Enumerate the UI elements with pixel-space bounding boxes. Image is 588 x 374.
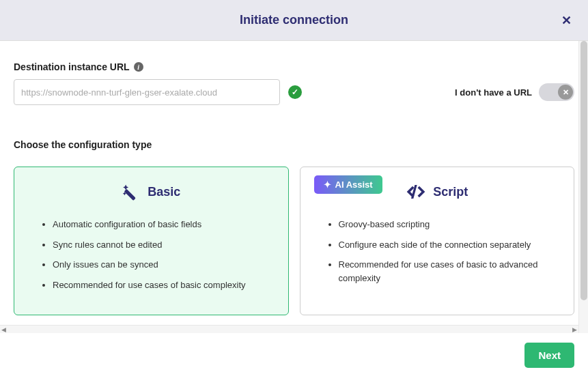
list-item: Recommended for use cases of basic compl… <box>53 278 275 292</box>
config-card-script[interactable]: ✦ AI Assist Script Groovy-based scriptin… <box>300 167 575 315</box>
check-icon: ✓ <box>288 85 302 99</box>
info-icon[interactable]: i <box>134 62 143 72</box>
code-icon <box>406 184 426 199</box>
ai-assist-badge: ✦ AI Assist <box>314 175 382 194</box>
sparkle-icon: ✦ <box>324 179 331 190</box>
magic-wand-icon <box>122 182 141 201</box>
no-url-toggle[interactable]: ✕ <box>539 83 574 101</box>
scroll-right-arrow-icon[interactable]: ▶ <box>572 326 577 333</box>
vertical-scrollbar[interactable] <box>578 41 588 333</box>
list-item: Sync rules cannot be edited <box>53 238 275 252</box>
scrollbar-thumb[interactable] <box>580 41 587 300</box>
ai-assist-label: AI Assist <box>335 179 373 190</box>
modal-title: Initiate connection <box>240 13 348 27</box>
list-item: Automatic configuration of basic fields <box>53 218 275 231</box>
list-item: Only issues can be synced <box>53 258 275 272</box>
horizontal-scrollbar[interactable]: ◀ ▶ <box>0 325 578 333</box>
destination-url-label: Destination instance URL i <box>14 61 574 72</box>
no-url-label: I don't have a URL <box>455 87 532 98</box>
svg-rect-0 <box>124 189 136 201</box>
destination-url-label-text: Destination instance URL <box>14 61 130 72</box>
config-type-label: Choose the configuration type <box>14 139 574 150</box>
basic-card-header: Basic <box>28 178 275 205</box>
no-url-group: I don't have a URL ✕ <box>455 83 574 101</box>
close-button[interactable]: ✕ <box>561 13 572 28</box>
next-button[interactable]: Next <box>524 343 574 368</box>
basic-card-title: Basic <box>148 185 180 199</box>
scroll-left-arrow-icon[interactable]: ◀ <box>1 326 6 333</box>
config-card-basic[interactable]: Basic Automatic configuration of basic f… <box>14 167 289 315</box>
script-card-list: Groovy-based scripting Configure each si… <box>314 218 561 285</box>
modal-header: Initiate connection ✕ <box>0 0 588 41</box>
list-item: Groovy-based scripting <box>339 218 561 231</box>
modal-content: Destination instance URL i ✓ I don't hav… <box>0 41 588 322</box>
basic-card-list: Automatic configuration of basic fields … <box>28 218 275 291</box>
list-item: Recommended for use cases of basic to ad… <box>339 258 561 285</box>
destination-url-input[interactable] <box>14 79 280 105</box>
list-item: Configure each side of the connection se… <box>339 238 561 252</box>
toggle-knob-off-icon: ✕ <box>558 85 573 100</box>
script-card-title: Script <box>433 185 468 199</box>
destination-url-row: ✓ I don't have a URL ✕ <box>14 79 574 105</box>
config-cards: Basic Automatic configuration of basic f… <box>14 167 574 315</box>
modal-footer: Next <box>0 336 588 374</box>
script-card-header: ✦ AI Assist Script <box>314 178 561 205</box>
